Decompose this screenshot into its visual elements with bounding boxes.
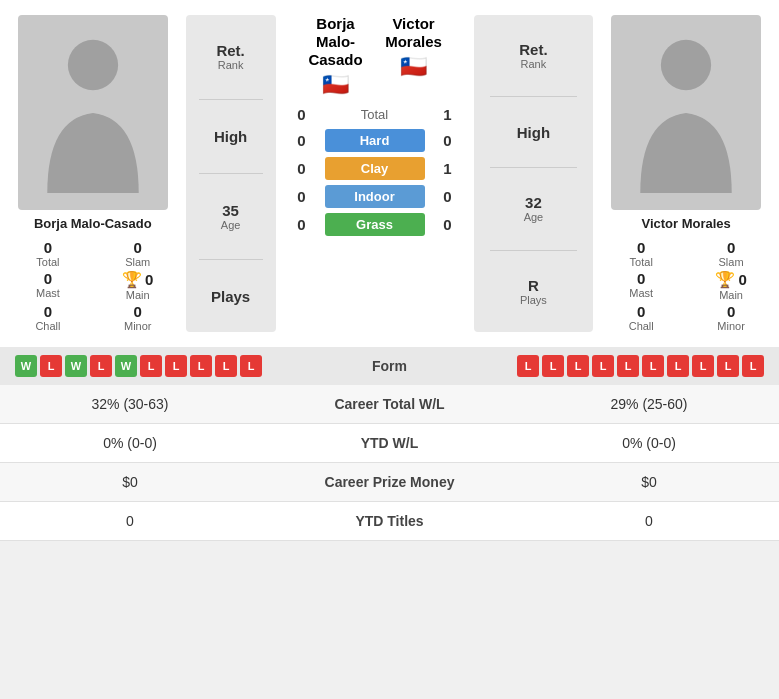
left-badge-2: W	[65, 355, 87, 377]
left-form-badges: W L W L W L L L L L	[15, 355, 262, 377]
left-plays-block: Plays	[211, 283, 250, 310]
right-player-avatar	[611, 15, 761, 210]
right-form-badges: L L L L L L L L L L	[517, 355, 764, 377]
left-divider-1	[199, 99, 263, 100]
form-label: Form	[372, 358, 407, 374]
left-high-block: High	[214, 123, 247, 150]
right-badge-3: L	[592, 355, 614, 377]
stats-table: 32% (30-63) Career Total W/L 29% (25-60)…	[0, 385, 779, 541]
right-chall-stat: 0 Chall	[601, 303, 681, 332]
indoor-row: 0 Indoor 0	[287, 185, 463, 208]
right-divider-1	[490, 96, 578, 97]
stats-row-3: 0 YTD Titles 0	[0, 502, 779, 541]
right-badge-9: L	[742, 355, 764, 377]
right-mast-stat: 0 Mast	[601, 270, 681, 301]
left-player-stats: 0 Total 0 Slam 0 Mast 🏆 0	[8, 239, 178, 332]
right-badge-5: L	[642, 355, 664, 377]
left-divider-3	[199, 259, 263, 260]
left-minor-stat: 0 Minor	[98, 303, 178, 332]
right-divider-2	[490, 167, 578, 168]
hard-row: 0 Hard 0	[287, 129, 463, 152]
left-age-block: 35 Age	[221, 197, 241, 236]
svg-point-1	[661, 39, 711, 89]
right-info-panel: Ret. Rank High 32 Age R Plays	[474, 15, 594, 332]
right-player-stats: 0 Total 0 Slam 0 Mast 🏆 0	[601, 239, 771, 332]
total-score-line: 0 Total 1	[287, 106, 463, 123]
grass-row: 0 Grass 0	[287, 213, 463, 236]
left-badge-7: L	[190, 355, 212, 377]
stats-row-0: 32% (30-63) Career Total W/L 29% (25-60)	[0, 385, 779, 424]
stats-row-2: $0 Career Prize Money $0	[0, 463, 779, 502]
right-flag: 🇨🇱	[375, 54, 453, 80]
left-badge-8: L	[215, 355, 237, 377]
right-player-area: Victor Morales 0 Total 0 Slam 0 Mast	[601, 15, 771, 332]
left-badge-3: L	[90, 355, 112, 377]
left-badge-5: L	[140, 355, 162, 377]
right-player-name: Victor Morales	[641, 216, 730, 231]
right-plays-block: R Plays	[520, 272, 547, 311]
left-badge-0: W	[15, 355, 37, 377]
form-section: W L W L W L L L L L Form L L L L L L L L…	[0, 347, 779, 385]
main-container: Borja Malo-Casado 0 Total 0 Slam 0 Mast	[0, 0, 779, 541]
left-badge-6: L	[165, 355, 187, 377]
left-trophy-icon: 🏆	[122, 270, 142, 289]
left-slam-stat: 0 Slam	[98, 239, 178, 268]
left-badge-9: L	[240, 355, 262, 377]
left-total-stat: 0 Total	[8, 239, 88, 268]
left-name-center: Borja Malo-Casado 🇨🇱	[297, 15, 375, 98]
left-player-name: Borja Malo-Casado	[34, 216, 152, 231]
left-mast-stat: 0 Mast	[8, 270, 88, 301]
right-badge-7: L	[692, 355, 714, 377]
clay-row: 0 Clay 1	[287, 157, 463, 180]
right-badge-2: L	[567, 355, 589, 377]
top-section: Borja Malo-Casado 0 Total 0 Slam 0 Mast	[0, 0, 779, 332]
left-divider-2	[199, 173, 263, 174]
left-badge-1: L	[40, 355, 62, 377]
left-flag: 🇨🇱	[297, 72, 375, 98]
middle-area: Borja Malo-Casado 🇨🇱 Victor Morales 🇨🇱 0…	[287, 15, 463, 332]
stats-row-1: 0% (0-0) YTD W/L 0% (0-0)	[0, 424, 779, 463]
right-slam-stat: 0 Slam	[691, 239, 771, 268]
right-high-block: High	[517, 119, 550, 146]
left-player-area: Borja Malo-Casado 0 Total 0 Slam 0 Mast	[8, 15, 178, 332]
left-rank-block: Ret. Rank	[216, 37, 244, 76]
right-badge-0: L	[517, 355, 539, 377]
svg-point-0	[68, 39, 118, 89]
left-main-stat: 🏆 0 Main	[98, 270, 178, 301]
right-name-center: Victor Morales 🇨🇱	[375, 15, 453, 98]
right-total-stat: 0 Total	[601, 239, 681, 268]
right-trophy-icon: 🏆	[715, 270, 735, 289]
left-info-panel: Ret. Rank High 35 Age Plays	[186, 15, 276, 332]
right-minor-stat: 0 Minor	[691, 303, 771, 332]
left-player-avatar	[18, 15, 168, 210]
right-age-block: 32 Age	[524, 189, 544, 228]
right-badge-4: L	[617, 355, 639, 377]
surface-scores: 0 Hard 0 0 Clay 1 0 Indoor 0	[287, 129, 463, 236]
right-main-stat: 🏆 0 Main	[691, 270, 771, 301]
left-badge-4: W	[115, 355, 137, 377]
right-divider-3	[490, 250, 578, 251]
left-chall-stat: 0 Chall	[8, 303, 88, 332]
right-badge-1: L	[542, 355, 564, 377]
right-rank-block: Ret. Rank	[519, 36, 547, 75]
names-flags-row: Borja Malo-Casado 🇨🇱 Victor Morales 🇨🇱	[287, 15, 463, 98]
right-badge-8: L	[717, 355, 739, 377]
right-badge-6: L	[667, 355, 689, 377]
